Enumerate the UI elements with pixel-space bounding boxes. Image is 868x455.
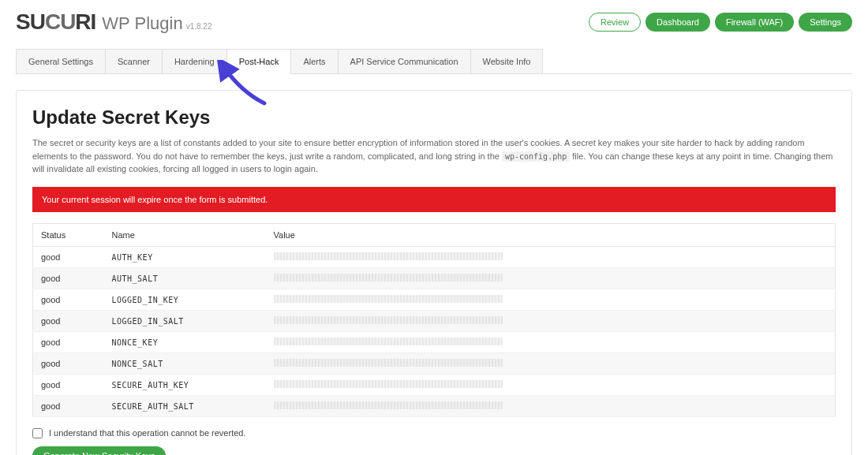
value-cell [266,374,836,395]
table-row: goodSECURE_AUTH_SALT [33,395,836,416]
value-cell [266,267,836,289]
keyname-cell: SECURE_AUTH_SALT [104,395,266,416]
dashboard-button[interactable]: Dashboard [645,13,710,32]
update-secret-keys-card: Update Secret Keys The secret or securit… [16,90,852,455]
tab-alerts[interactable]: Alerts [290,49,338,73]
table-row: goodAUTH_KEY [33,246,836,267]
value-cell [266,331,836,352]
table-row: goodSECURE_AUTH_KEY [33,374,836,395]
status-cell: good [33,246,104,267]
redacted-value [274,316,503,324]
tab-general-settings[interactable]: General Settings [16,49,106,73]
status-cell: good [33,289,104,310]
col-status: Status [33,223,104,246]
generate-keys-button[interactable]: Generate New Security Keys [32,446,166,456]
table-row: goodLOGGED_IN_KEY [33,289,836,310]
keyname-cell: SECURE_AUTH_KEY [104,374,266,395]
keyname-cell: LOGGED_IN_SALT [104,310,266,331]
firewall-button[interactable]: Firewall (WAF) [715,13,794,32]
tab-hardening[interactable]: Hardening [162,49,227,73]
redacted-value [274,274,503,282]
section-description: The secret or security keys are a list o… [32,136,836,176]
tab-post-hack[interactable]: Post-Hack [226,49,292,74]
table-row: goodLOGGED_IN_SALT [33,310,836,331]
keyname-cell: NONCE_KEY [104,331,266,352]
redacted-value [274,359,503,367]
status-cell: good [33,267,104,289]
redacted-value [274,401,503,409]
value-cell [266,289,836,310]
page-title: Update Secret Keys [32,106,836,129]
status-cell: good [33,374,104,395]
keyname-cell: AUTH_SALT [104,267,266,289]
keyname-cell: AUTH_KEY [104,246,266,267]
status-cell: good [33,395,104,416]
redacted-value [274,338,503,345]
settings-button[interactable]: Settings [799,13,852,32]
secret-keys-table: Status Name Value goodAUTH_KEYgoodAUTH_S… [32,223,836,417]
table-row: goodNONCE_SALT [33,352,836,374]
redacted-value [274,380,503,388]
version-text: v1.8.22 [186,22,212,31]
value-cell [266,310,836,331]
col-value: Value [266,223,836,246]
status-cell: good [33,352,104,374]
tab-scanner[interactable]: Scanner [105,49,163,73]
warning-banner: Your current session will expire once th… [32,187,836,212]
value-cell [266,395,836,416]
confirm-checkbox-row[interactable]: I understand that this operation cannot … [32,428,836,438]
table-row: goodNONCE_KEY [33,331,836,352]
value-cell [266,246,836,267]
tab-website-info[interactable]: Website Info [470,49,544,73]
redacted-value [274,295,503,303]
confirm-checkbox-label: I understand that this operation cannot … [49,428,246,438]
keyname-cell: NONCE_SALT [104,352,266,374]
table-row: goodAUTH_SALT [33,267,836,289]
status-cell: good [33,310,104,331]
redacted-value [274,252,503,260]
col-name: Name [104,223,266,246]
tab-bar: General Settings Scanner Hardening Post-… [16,49,852,74]
status-cell: good [33,331,104,352]
brand-logo: SUCURI WP Plugin v1.8.22 [16,9,211,35]
review-button[interactable]: Review [589,13,641,32]
tab-api[interactable]: API Service Communication [338,49,471,73]
product-name: WP Plugin [102,13,182,34]
confirm-checkbox[interactable] [32,428,43,438]
value-cell [266,352,836,374]
keyname-cell: LOGGED_IN_KEY [104,289,266,310]
